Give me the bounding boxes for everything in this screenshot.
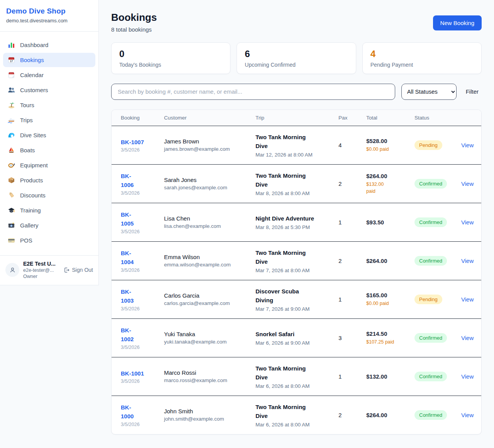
booking-date: 3/5/2026 bbox=[121, 345, 164, 350]
status-badge: Confirmed bbox=[414, 256, 447, 266]
sidebar-item-equipment[interactable]: Equipment bbox=[3, 158, 95, 172]
view-link[interactable]: View bbox=[461, 373, 474, 380]
column-header-pax: Pax bbox=[338, 115, 366, 121]
sidebar-item-boats[interactable]: Boats bbox=[3, 143, 95, 157]
total-cell: $214.50$107.25 paid bbox=[366, 330, 414, 345]
view-link[interactable]: View bbox=[461, 219, 474, 226]
table-row: BK- 10033/5/2026Carlos Garciacarlos.garc… bbox=[112, 280, 481, 318]
user-email: e2e-tester@... bbox=[23, 268, 59, 273]
total-cell: $93.50 bbox=[366, 219, 414, 226]
sidebar-item-pos[interactable]: POS bbox=[3, 233, 95, 248]
pax-value: 3 bbox=[338, 335, 366, 341]
view-link[interactable]: View bbox=[461, 258, 474, 264]
table-row: BK- 10053/5/2026Lisa Chenlisa.chen@examp… bbox=[112, 203, 481, 241]
sidebar-item-gallery[interactable]: Gallery bbox=[3, 218, 95, 232]
sidebar-item-dashboard[interactable]: Dashboard bbox=[3, 38, 95, 52]
status-badge: Pending bbox=[414, 295, 442, 304]
booking-link[interactable]: BK- 1004 bbox=[121, 249, 134, 267]
trip-cell: Two Tank Morning DiveMar 6, 2026 at 8:00… bbox=[255, 403, 338, 428]
sidebar-item-label: Trips bbox=[20, 117, 33, 123]
sidebar-item-label: Products bbox=[20, 177, 43, 184]
sidebar-item-tours[interactable]: Tours bbox=[3, 98, 95, 112]
booking-link[interactable]: BK- 1003 bbox=[121, 287, 134, 305]
view-link[interactable]: View bbox=[461, 296, 474, 303]
total-cell: $264.00$132.00 paid bbox=[366, 173, 414, 195]
customer-name: Carlos Garcia bbox=[164, 292, 255, 299]
customer-cell: Marco Rossimarco.rossi@example.com bbox=[164, 369, 255, 383]
status-cell: Pending bbox=[414, 140, 461, 150]
view-link[interactable]: View bbox=[461, 180, 474, 187]
trip-cell: Snorkel SafariMar 6, 2026 at 9:00 AM bbox=[255, 330, 338, 346]
sidebar-item-discounts[interactable]: Discounts bbox=[3, 188, 95, 202]
stat-value: 4 bbox=[370, 49, 474, 60]
user-name: E2E Test U... bbox=[23, 261, 59, 267]
sign-out-label: Sign Out bbox=[72, 267, 93, 273]
sidebar-item-customers[interactable]: Customers bbox=[3, 83, 95, 97]
trip-datetime: Mar 7, 2026 at 9:00 AM bbox=[255, 306, 338, 312]
trip-name: Two Tank Morning Dive bbox=[255, 171, 338, 189]
filter-button[interactable]: Filter bbox=[463, 88, 482, 95]
people-icon bbox=[8, 86, 15, 94]
status-cell: Confirmed bbox=[414, 410, 461, 420]
sign-out-button[interactable]: Sign Out bbox=[63, 267, 93, 273]
trip-cell: Discover Scuba DivingMar 7, 2026 at 9:00… bbox=[255, 287, 338, 312]
booking-link[interactable]: BK- 1005 bbox=[121, 210, 134, 228]
view-link[interactable]: View bbox=[461, 335, 474, 341]
shop-domain: demo.test.divestreams.com bbox=[6, 18, 92, 24]
paid-amount: $0.00 paid bbox=[366, 300, 414, 307]
booking-link[interactable]: BK- 1006 bbox=[121, 172, 134, 190]
status-select[interactable]: All Statuses bbox=[401, 84, 457, 100]
status-cell: Confirmed bbox=[414, 256, 461, 266]
pax-value: 1 bbox=[338, 296, 366, 303]
paid-amount: $107.25 paid bbox=[366, 339, 414, 345]
booking-link[interactable]: BK- 1000 bbox=[121, 403, 134, 421]
booking-link[interactable]: BK-1007 bbox=[121, 138, 144, 147]
action-cell: View bbox=[461, 142, 474, 148]
search-input[interactable] bbox=[111, 84, 395, 100]
stat-card: 6Upcoming Confirmed bbox=[237, 42, 356, 74]
stat-label: Upcoming Confirmed bbox=[245, 62, 348, 68]
trip-name: Two Tank Morning Dive bbox=[255, 133, 338, 151]
view-link[interactable]: View bbox=[461, 142, 474, 148]
booking-link[interactable]: BK- 1002 bbox=[121, 326, 134, 344]
tearoff-calendar-icon bbox=[8, 71, 15, 79]
booking-link[interactable]: BK-1001 bbox=[121, 369, 144, 378]
speedboat-icon bbox=[8, 116, 15, 124]
wave-icon bbox=[8, 131, 15, 139]
status-cell: Confirmed bbox=[414, 372, 461, 381]
trip-cell: Two Tank Morning DiveMar 6, 2026 at 8:00… bbox=[255, 364, 338, 389]
trip-datetime: Mar 6, 2026 at 9:00 AM bbox=[255, 340, 338, 346]
trip-cell: Two Tank Morning DiveMar 8, 2026 at 8:00… bbox=[255, 171, 338, 197]
customer-email: emma.wilson@example.com bbox=[164, 262, 255, 268]
total-amount: $264.00 bbox=[366, 258, 414, 264]
trip-name: Snorkel Safari bbox=[255, 330, 338, 339]
booking-cell: BK- 10023/5/2026 bbox=[121, 326, 164, 350]
view-link[interactable]: View bbox=[461, 412, 474, 418]
trip-cell: Two Tank Morning DiveMar 7, 2026 at 8:00… bbox=[255, 248, 338, 274]
customer-cell: James Brownjames.brown@example.com bbox=[164, 138, 255, 152]
status-badge: Confirmed bbox=[414, 410, 447, 420]
stat-label: Today's Bookings bbox=[119, 62, 222, 68]
action-cell: View bbox=[461, 258, 474, 264]
sidebar-item-training[interactable]: Training bbox=[3, 203, 95, 217]
booking-date: 3/5/2026 bbox=[121, 147, 164, 153]
sidebar-user-footer: E2E Test U... e2e-tester@... Owner Sign … bbox=[0, 255, 98, 285]
sidebar-nav: Dashboard17BookingsCalendarCustomersTour… bbox=[0, 32, 98, 255]
customer-cell: Sarah Jonessarah.jones@example.com bbox=[164, 177, 255, 190]
sidebar-item-calendar[interactable]: Calendar bbox=[3, 68, 95, 82]
table-body: BK-10073/5/2026James Brownjames.brown@ex… bbox=[112, 126, 481, 434]
customer-email: lisa.chen@example.com bbox=[164, 223, 255, 229]
sidebar-item-products[interactable]: Products bbox=[3, 173, 95, 187]
paid-amount: $0.00 paid bbox=[366, 146, 414, 153]
column-header-total: Total bbox=[366, 115, 414, 121]
stat-value: 6 bbox=[245, 49, 348, 60]
sidebar-item-trips[interactable]: Trips bbox=[3, 113, 95, 127]
sidebar-item-dive-sites[interactable]: Dive Sites bbox=[3, 128, 95, 142]
page-title: Bookings bbox=[111, 12, 157, 24]
sidebar-item-bookings[interactable]: 17Bookings bbox=[3, 53, 95, 67]
new-booking-button[interactable]: New Booking bbox=[433, 15, 482, 30]
tag-icon bbox=[8, 192, 15, 199]
sidebar-item-label: Tours bbox=[20, 102, 34, 108]
trip-cell: Night Dive AdventureMar 8, 2026 at 5:30 … bbox=[255, 214, 338, 230]
paid-amount: $132.00 paid bbox=[366, 181, 414, 195]
